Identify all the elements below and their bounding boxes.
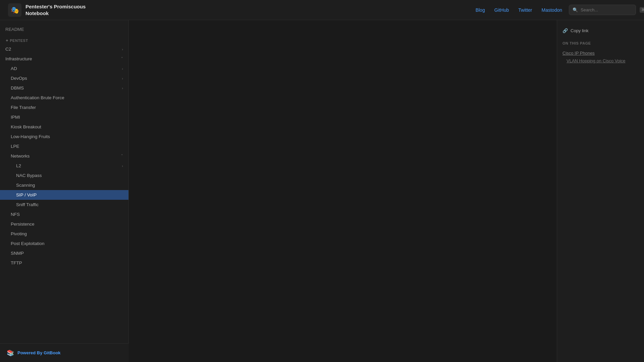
- sidebar-readme[interactable]: README: [0, 24, 128, 35]
- sidebar-item-snmp[interactable]: SNMP: [0, 248, 128, 258]
- sidebar-item-post-exploitation[interactable]: Post Exploitation: [0, 239, 128, 248]
- body-layout: README ✦ PENTEST C2 › Infrastructure ˅ A…: [0, 20, 644, 362]
- sidebar-label-ad: AD: [11, 66, 17, 71]
- toc-item-vlan-hopping[interactable]: VLAN Hopping on Cisco Voice: [562, 57, 639, 65]
- sidebar-label-devops: DevOps: [11, 76, 27, 81]
- sidebar-label-lpe: LPE: [11, 144, 19, 149]
- app-title: Pentester's Promiscuous Notebook: [25, 3, 86, 16]
- sidebar-label-low-hanging-fruits: Low-Hanging Fruits: [11, 134, 50, 139]
- sidebar-item-ad[interactable]: AD ›: [0, 64, 128, 73]
- sidebar-item-scanning[interactable]: Scanning: [0, 180, 128, 190]
- sidebar-item-ipmi[interactable]: IPMI: [0, 112, 128, 122]
- sidebar-item-tftp[interactable]: TFTP: [0, 258, 128, 268]
- sidebar-item-sip-voip[interactable]: SIP / VoIP: [0, 190, 128, 200]
- header-nav: Blog GitHub Twitter Mastodon: [476, 7, 562, 13]
- sidebar-label-ipmi: IPMI: [11, 115, 20, 120]
- sidebar-label-kiosk-breakout: Kiosk Breakout: [11, 124, 41, 129]
- header: 🎭 Pentester's Promiscuous Notebook Blog …: [0, 0, 644, 20]
- chevron-right-icon: ›: [122, 67, 123, 71]
- header-brand: 🎭 Pentester's Promiscuous Notebook: [8, 3, 476, 17]
- sidebar-item-nac-bypass[interactable]: NAC Bypass: [0, 171, 128, 180]
- sidebar-label-nac-bypass: NAC Bypass: [16, 173, 42, 178]
- search-shortcut: ⌘K: [640, 7, 644, 13]
- sidebar-item-kiosk-breakout[interactable]: Kiosk Breakout: [0, 122, 128, 132]
- nav-mastodon[interactable]: Mastodon: [542, 7, 562, 13]
- sidebar-label-persistence: Persistence: [11, 222, 35, 227]
- sidebar-item-l2[interactable]: L2 ›: [0, 161, 128, 171]
- sidebar-label-networks: Networks: [11, 154, 30, 159]
- sidebar-section-pentest: ✦ PENTEST: [0, 35, 128, 44]
- sidebar-label-pivoting: Pivoting: [11, 231, 27, 236]
- footer-logo-icon: 📚: [7, 349, 14, 357]
- main-content: [129, 20, 557, 362]
- chevron-down-icon: ˅: [121, 154, 123, 158]
- sidebar-item-dbms[interactable]: DBMS ›: [0, 83, 128, 93]
- sidebar-label-infrastructure: Infrastructure: [5, 56, 32, 61]
- nav-blog[interactable]: Blog: [476, 7, 485, 13]
- sidebar-item-file-transfer[interactable]: File Transfer: [0, 103, 128, 112]
- sidebar-label-sip-voip: SIP / VoIP: [16, 192, 37, 197]
- sidebar-item-persistence[interactable]: Persistence: [0, 219, 128, 229]
- chevron-right-icon: ›: [122, 76, 123, 80]
- nav-twitter[interactable]: Twitter: [518, 7, 532, 13]
- sidebar-item-infrastructure[interactable]: Infrastructure ˅: [0, 54, 128, 64]
- sidebar-label-auth-brute-force: Authentication Brute Force: [11, 95, 64, 100]
- sidebar-label-tftp: TFTP: [11, 260, 22, 265]
- chevron-right-icon: ›: [122, 164, 123, 168]
- chevron-right-icon: ›: [122, 47, 123, 51]
- sidebar-item-devops[interactable]: DevOps ›: [0, 73, 128, 83]
- sidebar-item-networks[interactable]: Networks ˅: [0, 151, 128, 161]
- sidebar-label-l2: L2: [16, 163, 21, 168]
- app-logo: 🎭: [8, 3, 21, 17]
- chevron-down-icon: ˅: [121, 57, 123, 61]
- sidebar-item-c2[interactable]: C2 ›: [0, 44, 128, 54]
- sidebar-label-scanning: Scanning: [16, 183, 35, 188]
- link-icon: 🔗: [562, 28, 568, 33]
- sidebar-label-nfs: NFS: [11, 212, 20, 217]
- toc-item-cisco-ip-phones[interactable]: Cisco IP Phones: [562, 49, 639, 57]
- sidebar-item-nfs[interactable]: NFS: [0, 209, 128, 219]
- search-box[interactable]: 🔍 ⌘K: [569, 5, 636, 15]
- sidebar: README ✦ PENTEST C2 › Infrastructure ˅ A…: [0, 20, 129, 362]
- nav-github[interactable]: GitHub: [494, 7, 509, 13]
- footer: 📚 Powered By GitBook: [0, 343, 129, 362]
- sidebar-label-sniff-traffic: Sniff Traffic: [16, 202, 39, 207]
- chevron-right-icon: ›: [122, 86, 123, 90]
- sidebar-item-sniff-traffic[interactable]: Sniff Traffic: [0, 200, 128, 209]
- sidebar-item-low-hanging-fruits[interactable]: Low-Hanging Fruits: [0, 132, 128, 141]
- sidebar-item-lpe[interactable]: LPE: [0, 141, 128, 151]
- sidebar-label-c2: C2: [5, 47, 11, 52]
- sidebar-label-file-transfer: File Transfer: [11, 105, 36, 110]
- sidebar-label-dbms: DBMS: [11, 85, 24, 90]
- on-this-page-heading: ON THIS PAGE: [562, 41, 639, 45]
- sidebar-label-post-exploitation: Post Exploitation: [11, 241, 45, 246]
- sidebar-item-pivoting[interactable]: Pivoting: [0, 229, 128, 239]
- copy-link-label: Copy link: [571, 28, 588, 33]
- sidebar-label-snmp: SNMP: [11, 251, 24, 256]
- footer-powered-by: Powered By GitBook: [17, 350, 61, 355]
- search-icon: 🔍: [573, 7, 578, 12]
- search-input[interactable]: [581, 7, 637, 12]
- copy-link-button[interactable]: 🔗 Copy link: [562, 27, 639, 35]
- sidebar-item-auth-brute-force[interactable]: Authentication Brute Force: [0, 93, 128, 103]
- right-panel: 🔗 Copy link ON THIS PAGE Cisco IP Phones…: [557, 20, 644, 362]
